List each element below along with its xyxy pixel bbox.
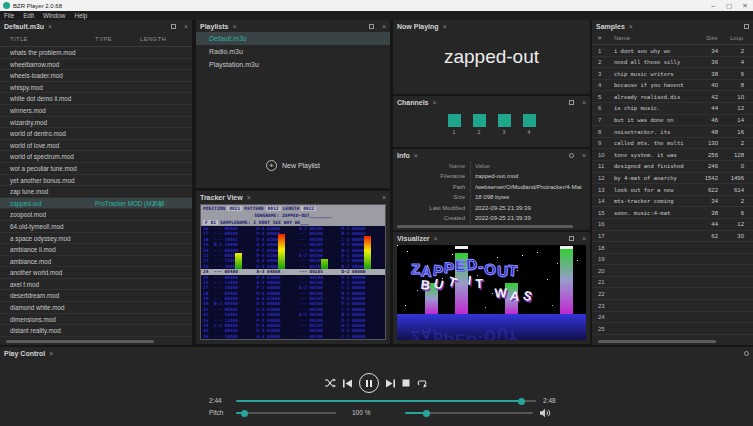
- pitch-thumb[interactable]: [241, 410, 248, 417]
- menu-item-help[interactable]: Help: [74, 12, 87, 19]
- tracker-tab-close-icon[interactable]: ×: [247, 194, 251, 201]
- playlist-row[interactable]: another world.mod: [0, 267, 192, 279]
- playlist-row[interactable]: white dot demo ii.mod: [0, 93, 192, 105]
- pause-button[interactable]: [359, 373, 379, 393]
- sample-row[interactable]: 5already realised.dis4210: [592, 91, 753, 103]
- playlist-row[interactable]: dimensions.mod: [0, 314, 192, 326]
- float-panel-icon[interactable]: [569, 236, 574, 241]
- playlist-hscrollbar[interactable]: [6, 340, 154, 343]
- maximize-button[interactable]: ▢: [721, 0, 737, 11]
- repeat-icon[interactable]: [417, 378, 428, 388]
- playlist-row[interactable]: a space odyssey.mod: [0, 233, 192, 245]
- volume-slider[interactable]: [405, 412, 533, 414]
- samples-close-icon[interactable]: ×: [629, 23, 633, 30]
- sample-row[interactable]: 7but it was done on4614: [592, 115, 753, 127]
- playlist-row[interactable]: world of spectrum.mod: [0, 151, 192, 163]
- sample-row[interactable]: 11designed and finished2460: [592, 161, 753, 173]
- float-panel-icon[interactable]: [744, 24, 749, 29]
- float-panel-icon[interactable]: [369, 24, 374, 29]
- sample-row[interactable]: 21: [592, 277, 753, 289]
- column-size[interactable]: Size: [706, 35, 718, 41]
- playlist-row[interactable]: axel f.mod: [0, 279, 192, 291]
- playlist-row[interactable]: ambiance.mod: [0, 256, 192, 268]
- seek-slider[interactable]: [236, 400, 536, 402]
- playlist-row[interactable]: diamond white.mod: [0, 302, 192, 314]
- sample-row[interactable]: 22: [592, 288, 753, 300]
- pin-icon[interactable]: [744, 351, 749, 356]
- close-button[interactable]: ✕: [737, 0, 753, 11]
- column-type[interactable]: TYPE: [95, 36, 112, 42]
- close-panel-icon[interactable]: ×: [382, 23, 386, 30]
- sample-row[interactable]: 10tone system. it was256128: [592, 149, 753, 161]
- float-panel-icon[interactable]: [171, 24, 176, 29]
- sample-row[interactable]: 9called mts. the multi1302: [592, 138, 753, 150]
- column-loop[interactable]: Loop: [730, 35, 743, 41]
- playlist-tab-close-icon[interactable]: ×: [48, 23, 52, 30]
- next-track-icon[interactable]: [386, 379, 395, 388]
- previous-track-icon[interactable]: [343, 379, 352, 388]
- channel-toggle[interactable]: 4: [523, 114, 536, 135]
- sample-row[interactable]: 24: [592, 312, 753, 324]
- stop-icon[interactable]: [402, 379, 410, 387]
- shuffle-icon[interactable]: [325, 378, 336, 388]
- pitch-slider[interactable]: [236, 412, 336, 414]
- playlist-row[interactable]: 64.old-tymeol!.mod: [0, 221, 192, 233]
- playlist-row[interactable]: zoopool.mod: [0, 209, 192, 221]
- playlist-row[interactable]: zapped-outProTracker MOD (M.K.)2:48: [0, 198, 192, 210]
- column-num[interactable]: #: [598, 35, 601, 41]
- close-panel-icon[interactable]: ×: [184, 23, 188, 30]
- volume-icon[interactable]: [540, 408, 551, 418]
- float-panel-icon[interactable]: [569, 100, 574, 105]
- sample-row[interactable]: 20: [592, 265, 753, 277]
- playlist-row[interactable]: wheelbarrow.mod: [0, 59, 192, 71]
- close-panel-icon[interactable]: ×: [582, 99, 586, 106]
- sample-row[interactable]: 4because if you havent408: [592, 80, 753, 92]
- sample-row[interactable]: 15soon. music:4-mat386: [592, 207, 753, 219]
- playlist-list-item[interactable]: Playstation.m3u: [196, 58, 390, 71]
- sample-row[interactable]: 14mts-tracker coming342: [592, 196, 753, 208]
- sample-row[interactable]: 13look out for a new622614: [592, 184, 753, 196]
- playlist-row[interactable]: yet another bonus.mod: [0, 175, 192, 187]
- playlist-row[interactable]: wheels-loader.mod: [0, 70, 192, 82]
- playlist-row[interactable]: wizardry.mod: [0, 117, 192, 129]
- column-name[interactable]: Name: [614, 35, 630, 41]
- sample-row[interactable]: 23: [592, 300, 753, 312]
- now-playing-close-icon[interactable]: ×: [443, 23, 447, 30]
- sample-row[interactable]: 164412: [592, 219, 753, 231]
- playlist-row[interactable]: wot a peculiar tune.mod: [0, 163, 192, 175]
- playlist-row[interactable]: world of dentro.mod: [0, 128, 192, 140]
- sample-row[interactable]: 25: [592, 323, 753, 335]
- channels-close-icon[interactable]: ×: [433, 99, 437, 106]
- playlist-row[interactable]: whats the problem.mod: [0, 47, 192, 59]
- info-close-icon[interactable]: ×: [414, 152, 418, 159]
- playlist-row[interactable]: zap tune.mod: [0, 186, 192, 198]
- menu-item-window[interactable]: Window: [43, 12, 65, 19]
- channel-toggle[interactable]: 2: [473, 114, 486, 135]
- sample-row[interactable]: 19: [592, 254, 753, 266]
- column-length[interactable]: LENGTH: [140, 36, 166, 42]
- channel-toggle[interactable]: 3: [498, 114, 511, 135]
- channel-toggle[interactable]: 1: [448, 114, 461, 135]
- sample-row[interactable]: 176230: [592, 231, 753, 243]
- sample-row[interactable]: 8noisetracker. its4816: [592, 126, 753, 138]
- visualizer-close-icon[interactable]: ×: [434, 235, 438, 242]
- samples-hscrollbar[interactable]: [598, 340, 716, 343]
- playlist-row[interactable]: distant reality.mod: [0, 325, 192, 337]
- minimize-button[interactable]: –: [705, 0, 721, 11]
- menu-item-edit[interactable]: Edit: [23, 12, 34, 19]
- playlist-list-item[interactable]: Radio.m3u: [196, 45, 390, 58]
- close-panel-icon[interactable]: ×: [582, 152, 586, 159]
- pin-icon[interactable]: [569, 153, 574, 158]
- playlist-row[interactable]: whispy.mod: [0, 82, 192, 94]
- sample-row[interactable]: 12by 4-mat of anarchy15421496: [592, 173, 753, 185]
- play-control-close-icon[interactable]: ×: [49, 350, 53, 357]
- new-playlist-button[interactable]: + New Playlist: [196, 160, 390, 171]
- sample-row[interactable]: 1i dont see why we342: [592, 45, 753, 57]
- sample-row[interactable]: 18: [592, 242, 753, 254]
- playlist-row[interactable]: desertdream.mod: [0, 290, 192, 302]
- seek-thumb[interactable]: [518, 398, 525, 405]
- playlist-row[interactable]: world of love.mod: [0, 140, 192, 152]
- playlist-list-item[interactable]: Default.m3u: [196, 32, 390, 45]
- playlist-row[interactable]: ambiance ii.mod: [0, 244, 192, 256]
- volume-thumb[interactable]: [423, 410, 430, 417]
